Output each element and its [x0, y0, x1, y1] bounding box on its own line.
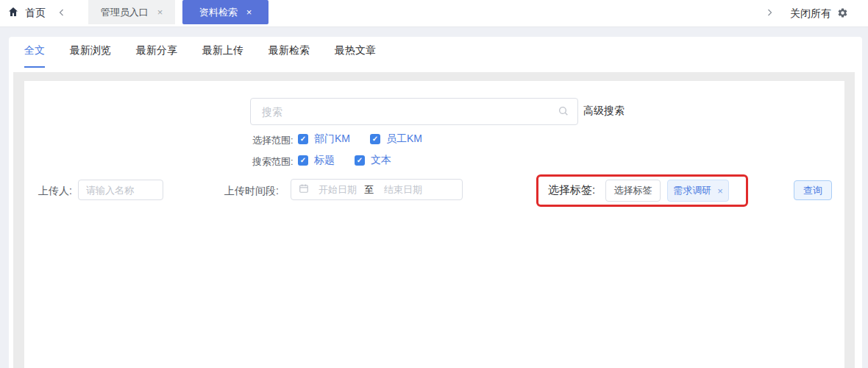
select-scope-label: 选择范围:	[252, 134, 294, 147]
home-icon	[7, 6, 19, 21]
tab-hottest-articles[interactable]: 最热文章	[335, 44, 376, 68]
topbar-tab-label: 资料检索	[199, 6, 238, 19]
chevron-right-icon[interactable]	[764, 7, 775, 18]
uploader-label: 上传人:	[38, 185, 72, 198]
tab-recent-shares[interactable]: 最新分享	[136, 44, 177, 68]
upload-period-label: 上传时间段:	[224, 185, 279, 198]
topbar: 首页 管理员入口 × 资料检索 × 关闭所有	[0, 0, 868, 27]
tag-close-icon[interactable]: ×	[717, 186, 723, 196]
query-button[interactable]: 查询	[794, 180, 832, 200]
chevron-left-icon[interactable]	[56, 7, 68, 18]
checkbox-text[interactable]	[355, 155, 365, 166]
checkbox-dept-km[interactable]	[298, 134, 308, 144]
selected-tag-chip: 需求调研 ×	[667, 180, 729, 202]
home-button[interactable]: 首页	[7, 6, 46, 21]
tab-recent-views[interactable]: 最新浏览	[70, 44, 111, 68]
select-tag-button[interactable]: 选择标签	[605, 180, 661, 202]
selected-tag-name: 需求调研	[673, 184, 711, 197]
search-box	[250, 98, 578, 125]
advanced-search-link[interactable]: 高级搜索	[583, 105, 625, 118]
checkbox-title-label[interactable]: 标题	[314, 154, 335, 167]
topbar-tab-admin-entry[interactable]: 管理员入口 ×	[88, 0, 175, 24]
app-window: 首页 管理员入口 × 资料检索 × 关闭所有 全文 最新浏览 最新分享 最新上传…	[0, 0, 868, 368]
close-all-button[interactable]: 关闭所有	[790, 7, 831, 21]
gear-icon[interactable]	[837, 7, 848, 21]
date-separator: 至	[364, 183, 374, 197]
checkbox-title[interactable]	[298, 155, 308, 166]
search-input[interactable]	[250, 98, 578, 125]
tab-full-text[interactable]: 全文	[24, 44, 45, 68]
topbar-tab-label: 管理员入口	[101, 6, 149, 19]
checkbox-staff-km[interactable]	[370, 134, 380, 144]
checkbox-text-label[interactable]: 文本	[371, 154, 391, 167]
close-icon[interactable]: ×	[157, 7, 163, 17]
search-icon[interactable]	[558, 105, 569, 120]
end-date-placeholder[interactable]: 结束日期	[384, 183, 422, 197]
tag-select-label: 选择标签:	[548, 183, 595, 197]
uploader-input[interactable]	[78, 180, 163, 200]
date-range-picker[interactable]: 开始日期 至 结束日期	[291, 179, 463, 200]
checkbox-dept-km-label[interactable]: 部门KM	[314, 132, 350, 146]
topbar-tab-data-search[interactable]: 资料检索 ×	[182, 0, 268, 24]
start-date-placeholder[interactable]: 开始日期	[319, 183, 361, 197]
checkbox-staff-km-label[interactable]: 员工KM	[386, 132, 422, 146]
close-icon[interactable]: ×	[246, 7, 252, 17]
home-label: 首页	[25, 7, 46, 20]
content-tab-bar: 全文 最新浏览 最新分享 最新上传 最新检索 最热文章	[24, 44, 376, 68]
calendar-icon	[299, 183, 309, 197]
tab-recent-searches[interactable]: 最新检索	[268, 44, 310, 68]
search-scope-label: 搜索范围:	[252, 155, 294, 169]
tab-recent-uploads[interactable]: 最新上传	[202, 44, 243, 68]
